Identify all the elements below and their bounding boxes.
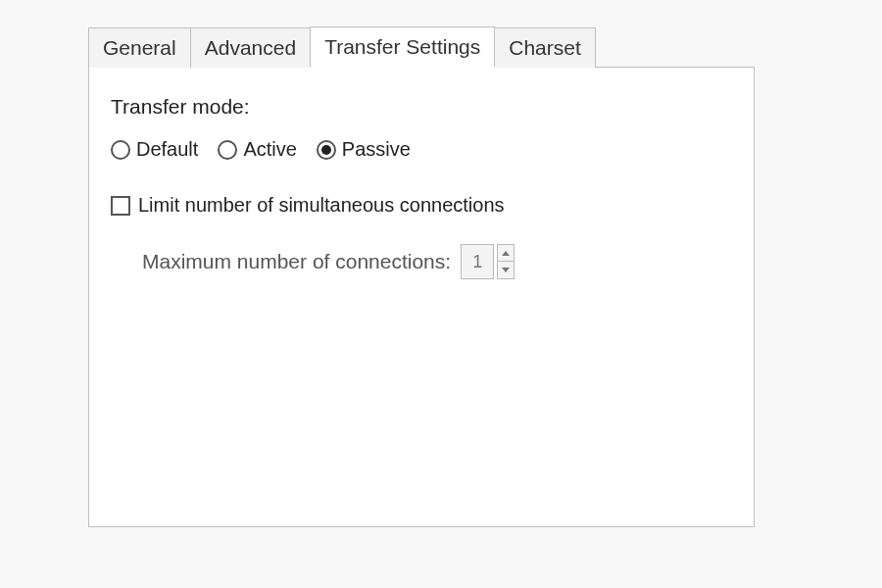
spinner-down-button[interactable] (497, 262, 514, 279)
tab-advanced[interactable]: Advanced (190, 27, 311, 68)
radio-icon (218, 140, 237, 160)
checkbox-icon (111, 196, 130, 216)
transfer-settings-panel: Transfer mode: Default Active Passive Li… (88, 67, 755, 527)
transfer-mode-radio-group: Default Active Passive (111, 138, 732, 161)
tab-general[interactable]: General (88, 27, 191, 68)
tabstrip: General Advanced Transfer Settings Chars… (88, 22, 882, 67)
radio-icon (111, 140, 130, 160)
radio-default[interactable]: Default (111, 138, 198, 161)
radio-default-label: Default (136, 138, 198, 161)
chevron-down-icon (502, 268, 510, 272)
radio-active[interactable]: Active (218, 138, 296, 161)
tab-charset[interactable]: Charset (494, 27, 596, 68)
limit-connections-label: Limit number of simultaneous connections (138, 194, 505, 217)
radio-passive-label: Passive (342, 138, 411, 161)
spinner-up-button[interactable] (497, 244, 514, 262)
tab-transfer-settings[interactable]: Transfer Settings (310, 26, 495, 68)
limit-connections-checkbox[interactable]: Limit number of simultaneous connections (111, 194, 732, 217)
transfer-mode-label: Transfer mode: (111, 95, 732, 119)
chevron-up-icon (502, 251, 510, 256)
radio-active-label: Active (243, 138, 296, 161)
radio-passive[interactable]: Passive (317, 138, 411, 161)
max-connections-row: Maximum number of connections: 1 (142, 244, 732, 279)
max-connections-spinner: 1 (461, 244, 514, 279)
max-connections-label: Maximum number of connections: (142, 250, 451, 273)
radio-icon (317, 140, 336, 160)
max-connections-input[interactable]: 1 (461, 244, 494, 279)
